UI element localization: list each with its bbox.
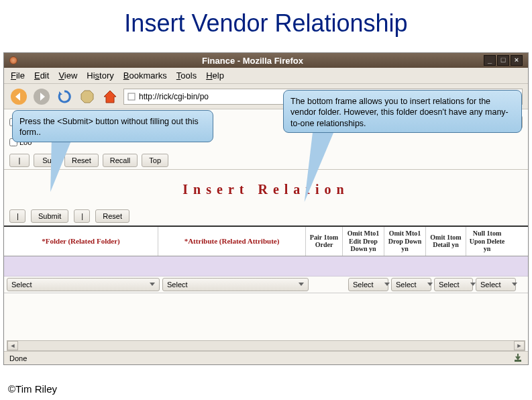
- table-row: [4, 256, 528, 277]
- select-omit3[interactable]: Select: [434, 278, 473, 291]
- menu-edit[interactable]: Edit: [34, 70, 49, 81]
- url-text: http://rick/cgi-bin/po: [139, 92, 209, 101]
- submit-button[interactable]: Submit: [31, 209, 68, 223]
- status-text: Done: [9, 354, 27, 362]
- bottom-button-row: | Submit | Reset: [4, 207, 528, 226]
- select-null1[interactable]: Select: [476, 278, 516, 291]
- menu-file[interactable]: File: [11, 70, 25, 81]
- pipe-button-1[interactable]: |: [9, 154, 30, 167]
- menu-bookmarks[interactable]: Bookmarks: [123, 70, 167, 81]
- section-title: Insert Relation: [4, 170, 528, 207]
- menu-tools[interactable]: Tools: [176, 70, 197, 81]
- th-omit1: Omit Mto1 Edit Drop Down yn: [343, 227, 384, 256]
- table-header: *Folder (Related Folder) *Attribute (Rel…: [4, 226, 528, 256]
- svg-rect-3: [128, 93, 135, 100]
- back-icon[interactable]: [9, 87, 28, 106]
- select-omit2[interactable]: Select: [391, 278, 431, 291]
- maximize-button[interactable]: □: [497, 55, 509, 66]
- recall-button[interactable]: Recall: [103, 154, 138, 167]
- th-folder: *Folder (Related Folder): [4, 227, 158, 256]
- callout-frame-hint: The bottom frame allows you to insert re…: [283, 90, 522, 133]
- select-folder[interactable]: Select: [7, 278, 160, 291]
- callout-submit-hint: Press the <Submit> button without fillin…: [12, 110, 213, 142]
- th-attr: *Attribute (Related Attribute): [158, 227, 306, 256]
- select-omit1[interactable]: Select: [348, 278, 388, 291]
- th-null1: Null 1tom Upon Delete yn: [466, 227, 508, 256]
- pipe-button-3[interactable]: |: [74, 209, 90, 223]
- scroll-right-icon[interactable]: ►: [514, 341, 525, 350]
- scroll-left-icon[interactable]: ◄: [7, 341, 18, 350]
- statusbar: Done: [4, 351, 528, 364]
- svg-marker-2: [81, 91, 93, 103]
- content-area: New mas Select Loo | Su Reset Recall Top…: [4, 109, 528, 364]
- menu-help[interactable]: Help: [206, 70, 224, 81]
- minimize-button[interactable]: _: [484, 55, 496, 66]
- titlebar-close-orb[interactable]: [9, 56, 17, 64]
- menu-history[interactable]: History: [87, 70, 113, 81]
- horizontal-scrollbar[interactable]: ◄ ►: [7, 340, 525, 351]
- footer-copyright: ©Tim Riley: [8, 383, 57, 395]
- download-icon[interactable]: [513, 353, 523, 364]
- window-title: Finance - Mozilla Firefox: [21, 56, 484, 66]
- th-omit3: Omit 1tom Detail yn: [426, 227, 466, 256]
- titlebar: Finance - Mozilla Firefox _ □ ×: [4, 53, 528, 68]
- slide-title: Insert Vendor Relationship: [0, 0, 532, 44]
- reload-icon[interactable]: [55, 87, 74, 106]
- pipe-button-2[interactable]: |: [9, 209, 25, 223]
- reset-button-bottom[interactable]: Reset: [95, 209, 129, 223]
- select-attr[interactable]: Select: [162, 278, 309, 291]
- reset-button-top[interactable]: Reset: [64, 154, 99, 167]
- menubar: File Edit View History Bookmarks Tools H…: [4, 68, 528, 84]
- th-pair: Pair 1tom Order: [306, 227, 343, 256]
- select-row: Select Select Select Select Select Selec…: [4, 277, 528, 293]
- close-button[interactable]: ×: [511, 55, 523, 66]
- home-icon[interactable]: [101, 87, 119, 106]
- forward-icon[interactable]: [32, 87, 51, 106]
- stop-icon[interactable]: [78, 87, 97, 106]
- menu-view[interactable]: View: [58, 70, 77, 81]
- page-icon: [127, 92, 136, 101]
- top-button[interactable]: Top: [142, 154, 168, 167]
- th-omit2: Omit Mto1 Drop Down yn: [384, 227, 426, 256]
